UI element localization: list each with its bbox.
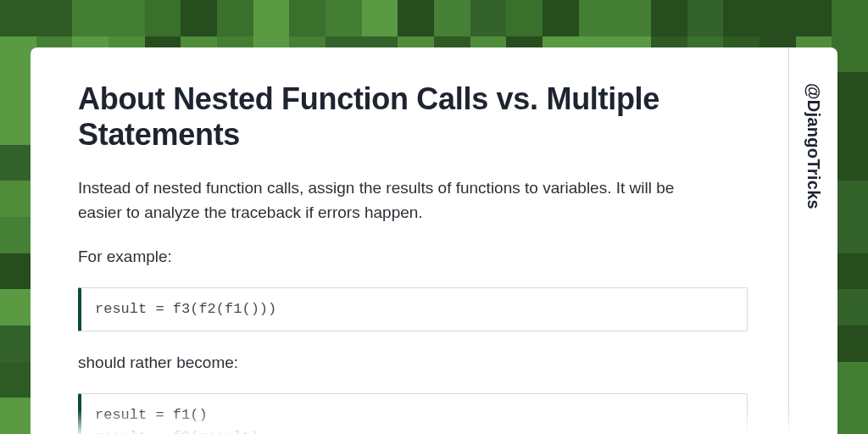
article-title: About Nested Function Calls vs. Multiple… — [78, 81, 748, 153]
sidebar: @DjangoTricks — [788, 47, 837, 434]
code-before: result = f3(f2(f1())) — [78, 287, 748, 331]
article-intro: Instead of nested function calls, assign… — [78, 175, 722, 225]
example-label: For example: — [78, 244, 722, 269]
article-card: About Nested Function Calls vs. Multiple… — [31, 47, 837, 434]
article-content: About Nested Function Calls vs. Multiple… — [31, 47, 788, 434]
transition-text: should rather become: — [78, 350, 722, 375]
author-handle: @DjangoTricks — [804, 83, 823, 209]
code-after: result = f1() result = f2(result) — [78, 393, 748, 434]
